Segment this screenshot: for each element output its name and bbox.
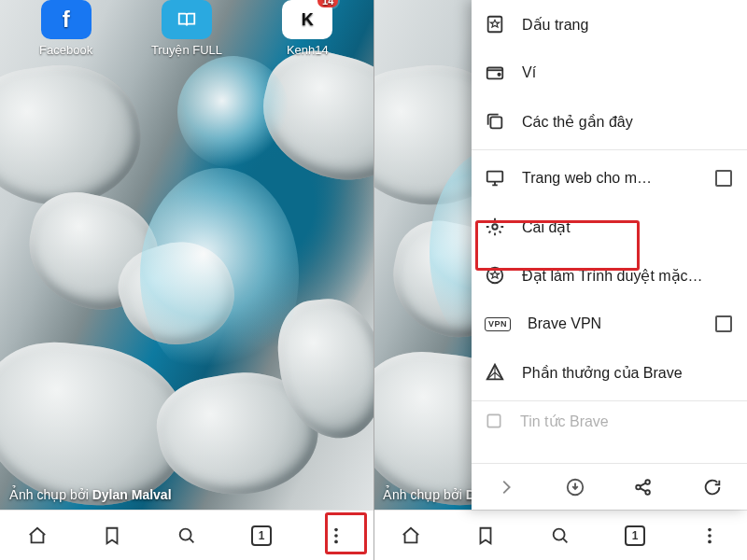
screen-right: Ảnh chụp bởi Dylan Malval Dấu trang Ví C… bbox=[374, 0, 747, 560]
bottom-toolbar: 1 bbox=[0, 510, 374, 560]
menu-item-recent-tabs[interactable]: Các thẻ gần đây bbox=[472, 97, 747, 146]
menu-item-bookmarks[interactable]: Dấu trang bbox=[472, 0, 747, 49]
menu-item-settings[interactable]: Cài đặt bbox=[472, 203, 747, 251]
svg-point-0 bbox=[180, 528, 191, 539]
app-kenh14[interactable]: K 14 Kenh14 bbox=[256, 0, 359, 57]
search-button[interactable] bbox=[168, 517, 205, 554]
menu-label: Phần thưởng của Brave bbox=[522, 364, 732, 382]
svg-point-18 bbox=[708, 534, 712, 538]
bottom-toolbar: 1 bbox=[374, 510, 747, 560]
menu-label: Ví bbox=[522, 64, 732, 81]
tabs-button[interactable]: 1 bbox=[243, 517, 280, 554]
overflow-menu: Dấu trang Ví Các thẻ gần đây Trang web c… bbox=[472, 0, 747, 510]
kenh14-icon: K 14 bbox=[282, 0, 332, 39]
menu-separator bbox=[472, 149, 747, 150]
menu-item-wallet[interactable]: Ví bbox=[472, 49, 747, 97]
menu-item-brave-rewards[interactable]: Phần thưởng của Brave bbox=[472, 348, 747, 397]
wallpaper bbox=[0, 0, 374, 510]
menu-item-desktop-site[interactable]: Trang web cho m… bbox=[472, 154, 747, 203]
book-icon bbox=[162, 0, 212, 39]
screenshot-divider bbox=[374, 0, 374, 560]
checkbox[interactable] bbox=[715, 170, 732, 187]
menu-label: Trang web cho m… bbox=[522, 170, 698, 187]
share-button[interactable] bbox=[625, 469, 662, 506]
svg-point-2 bbox=[334, 534, 338, 538]
app-shortcut-row: f Facebook Truyện FULL K 14 Kenh14 bbox=[0, 0, 374, 57]
menu-label: Dấu trang bbox=[522, 16, 732, 34]
menu-item-brave-vpn[interactable]: VPN Brave VPN bbox=[472, 300, 747, 348]
app-label: Facebook bbox=[39, 43, 92, 57]
forward-button[interactable] bbox=[487, 469, 525, 506]
news-icon bbox=[485, 412, 503, 430]
svg-point-6 bbox=[498, 74, 500, 76]
tabs-button[interactable]: 1 bbox=[616, 517, 654, 554]
svg-point-19 bbox=[708, 539, 712, 543]
notification-badge: 14 bbox=[317, 0, 338, 7]
desktop-icon bbox=[485, 168, 505, 189]
app-facebook[interactable]: f Facebook bbox=[15, 0, 118, 57]
svg-point-9 bbox=[492, 224, 498, 230]
reload-button[interactable] bbox=[694, 469, 731, 506]
more-menu-button[interactable] bbox=[691, 517, 728, 554]
more-menu-button[interactable] bbox=[317, 517, 355, 554]
home-button[interactable] bbox=[19, 517, 56, 554]
wallpaper-credit: Ảnh chụp bởi Dylan Malval bbox=[9, 487, 172, 502]
app-truyen-full[interactable]: Truyện FULL bbox=[135, 0, 238, 57]
app-label: Truyện FULL bbox=[151, 43, 222, 57]
svg-point-17 bbox=[708, 527, 712, 531]
home-button[interactable] bbox=[392, 517, 430, 554]
svg-rect-7 bbox=[490, 117, 501, 128]
tab-count: 1 bbox=[632, 529, 639, 542]
menu-item-brave-news[interactable]: Tin tức Brave bbox=[472, 405, 747, 437]
download-button[interactable] bbox=[557, 469, 594, 506]
menu-label: Cài đặt bbox=[522, 218, 732, 236]
screen-left: f Facebook Truyện FULL K 14 Kenh14 Ảnh c… bbox=[0, 0, 374, 560]
svg-point-1 bbox=[334, 527, 338, 531]
bookmarks-button[interactable] bbox=[93, 517, 131, 554]
svg-point-14 bbox=[646, 480, 651, 484]
menu-item-default-browser[interactable]: Đặt làm Trình duyệt mặc… bbox=[472, 251, 747, 300]
bookmarks-button[interactable] bbox=[467, 517, 504, 554]
svg-rect-8 bbox=[487, 172, 503, 182]
vpn-icon: VPN bbox=[485, 317, 511, 331]
menu-label: Tin tức Brave bbox=[520, 413, 732, 430]
svg-point-16 bbox=[554, 528, 565, 539]
facebook-icon: f bbox=[41, 0, 92, 39]
checkbox[interactable] bbox=[715, 315, 732, 332]
menu-bottom-actions bbox=[472, 463, 747, 510]
recent-tabs-icon bbox=[485, 111, 505, 132]
menu-label: Các thẻ gần đây bbox=[522, 113, 732, 131]
svg-rect-11 bbox=[487, 414, 500, 427]
tab-count: 1 bbox=[259, 529, 265, 542]
svg-point-13 bbox=[637, 484, 641, 489]
menu-separator bbox=[472, 400, 747, 401]
menu-label: Đặt làm Trình duyệt mặc… bbox=[522, 267, 732, 285]
menu-label: Brave VPN bbox=[528, 315, 698, 332]
svg-point-15 bbox=[646, 490, 651, 495]
app-label: Kenh14 bbox=[287, 43, 329, 57]
rewards-triangle-icon bbox=[485, 362, 505, 383]
star-circle-icon bbox=[485, 265, 505, 286]
star-bookmark-icon bbox=[485, 14, 505, 35]
search-button[interactable] bbox=[542, 517, 579, 554]
wallet-icon bbox=[485, 63, 505, 83]
gear-icon bbox=[485, 217, 505, 237]
svg-point-3 bbox=[334, 539, 338, 543]
